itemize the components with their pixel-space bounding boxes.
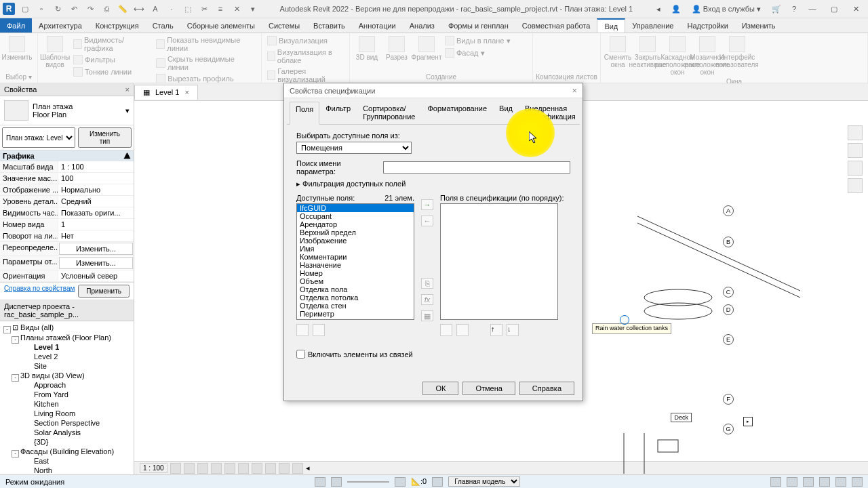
ribbon-tab-massing[interactable]: Формы и генплан [441, 18, 515, 33]
ribbon-tab-architecture[interactable]: Архитектура [32, 18, 89, 33]
filter-expander[interactable]: ▸ Фильтрация доступных полей [296, 180, 570, 188]
shadows-icon[interactable] [211, 463, 222, 474]
dialog-tab-format[interactable]: Форматирование [421, 101, 493, 124]
chevron-down-icon[interactable]: ▾ [125, 106, 130, 115]
tree-item[interactable]: East [18, 456, 132, 466]
ok-button[interactable]: ОК [422, 382, 458, 395]
tree-item[interactable]: From Yard [18, 390, 132, 399]
parameter-search-input[interactable] [383, 161, 570, 174]
search-icon[interactable]: ◂ [652, 3, 665, 15]
property-row[interactable]: Переопределе...Изменить... [0, 242, 134, 256]
dialog-tab-embedded[interactable]: Внедренная спецификация [519, 101, 582, 124]
nav-zoom-icon[interactable] [848, 178, 863, 193]
dialog-tab-appearance[interactable]: Вид [493, 101, 519, 124]
list-item[interactable]: Периметр [297, 310, 414, 318]
scroll-left-icon[interactable]: ◂ [306, 464, 310, 472]
ribbon-tab-manage[interactable]: Управление [625, 18, 680, 33]
minimize-icon[interactable]: — [803, 2, 822, 16]
render-cloud-button[interactable]: Визуализация в облаке [264, 47, 347, 66]
dialog-tab-fields[interactable]: Поля [290, 102, 319, 125]
add-field-icon[interactable]: → [421, 199, 433, 210]
grid-bubble[interactable]: D [723, 304, 734, 315]
tree-item[interactable]: Solar Analysis [18, 428, 132, 437]
list-item[interactable]: Изображение [297, 237, 414, 245]
modify-button[interactable]: Изменить [3, 35, 31, 62]
view-tab-close-icon[interactable]: × [184, 88, 189, 96]
move-up-icon[interactable]: ↑ [490, 324, 502, 336]
qat-more-icon[interactable]: ▾ [245, 1, 260, 16]
list-item[interactable]: Отделка пола [297, 285, 414, 293]
properties-section-header[interactable]: Графика⯅ [0, 150, 134, 161]
add-parameter-icon[interactable] [313, 324, 325, 336]
reveal-hidden-icon[interactable] [265, 463, 276, 474]
ribbon-tab-systems[interactable]: Системы [262, 18, 307, 33]
qat-print-icon[interactable]: ⎙ [99, 1, 114, 16]
instance-filter-select[interactable]: План этажа: Level [2, 127, 75, 148]
ribbon-tab-insert[interactable]: Вставить [307, 18, 352, 33]
section-marker-icon[interactable]: ▸ [743, 417, 753, 426]
elevation-button[interactable]: Фасад ▾ [442, 47, 513, 59]
help-icon[interactable]: ? [788, 3, 800, 14]
nav-home-icon[interactable] [848, 125, 863, 140]
grid-bubble[interactable]: F [723, 394, 734, 405]
property-row[interactable]: Масштаб вида1 : 100 [0, 161, 134, 173]
qat-text-icon[interactable]: A [148, 1, 163, 16]
edit-type-button[interactable]: Изменить тип [78, 127, 132, 148]
edit-field-icon[interactable] [440, 324, 452, 336]
tree-group[interactable]: Планы этажей (Floor Plan) [9, 333, 132, 342]
apply-button[interactable]: Применить [78, 285, 130, 298]
list-item[interactable]: IfcGUID [297, 204, 414, 212]
type-selector[interactable]: План этажа Floor Plan ▾ [0, 96, 134, 125]
grid-bubble[interactable]: C [723, 287, 734, 298]
tree-item[interactable]: Level 2 [18, 352, 132, 361]
ribbon-tab-precast[interactable]: Сборные элементы [180, 18, 262, 33]
list-item[interactable]: Номер [297, 269, 414, 277]
list-item[interactable]: Комментарии [297, 253, 414, 261]
qat-save-icon[interactable]: ▫ [34, 1, 49, 16]
maximize-icon[interactable]: ▢ [825, 2, 844, 16]
available-from-select[interactable]: Помещения [296, 142, 412, 154]
show-hidden-button[interactable]: Показать невидимые линии [153, 35, 258, 54]
tree-item[interactable]: {3D} [18, 437, 132, 447]
qat-undo-icon[interactable]: ↶ [66, 1, 81, 16]
tree-group[interactable]: 3D виды (3D View) [9, 371, 132, 380]
worksets-icon[interactable] [279, 463, 290, 474]
render-gallery-button[interactable]: Галерея визуализаций [264, 66, 347, 85]
sun-path-icon[interactable] [197, 463, 208, 474]
tree-item[interactable]: Level 1 [18, 342, 132, 352]
list-item[interactable]: Верхний предел [297, 228, 414, 237]
dialog-tab-sort[interactable]: Сортировка/Группирование [357, 101, 421, 124]
tree-item[interactable]: Living Room [18, 409, 132, 418]
property-row[interactable]: ОриентацияУсловный север [0, 270, 134, 282]
qat-redo-icon[interactable]: ↷ [83, 1, 98, 16]
view-templates-button[interactable]: Шаблоны видов [41, 35, 69, 70]
qat-thin-icon[interactable]: ≡ [213, 1, 228, 16]
qat-dim-icon[interactable]: ⟷ [132, 1, 146, 16]
switch-windows-button[interactable]: Сменить окна [604, 35, 632, 70]
section-button[interactable]: Разрез [382, 35, 411, 62]
property-row[interactable]: Отображение ...Нормально [0, 184, 134, 196]
ribbon-tab-analyze[interactable]: Анализ [403, 18, 441, 33]
combine-params-icon[interactable]: ⎘ [421, 278, 433, 289]
list-item[interactable]: Объем [297, 277, 414, 285]
list-item[interactable]: Отделка стен [297, 302, 414, 310]
property-row[interactable]: Видимость час...Показать ориги... [0, 207, 134, 219]
sb-workset-icon[interactable] [315, 477, 326, 487]
qat-open-icon[interactable]: ▢ [18, 1, 33, 16]
visibility-graphics-button[interactable]: Видимость/ графика [71, 35, 152, 54]
include-links-input[interactable] [296, 350, 305, 359]
nav-pan-icon[interactable] [848, 161, 863, 176]
move-down-icon[interactable]: ↓ [507, 324, 519, 336]
user-icon[interactable]: 👤 [667, 3, 685, 15]
ui-button[interactable]: Интерфейс пользователя [723, 35, 751, 70]
list-item[interactable]: Площадь [297, 318, 414, 320]
property-row[interactable]: Номер вида1 [0, 219, 134, 230]
cancel-button[interactable]: Отмена [462, 382, 515, 395]
grid-bubble[interactable]: B [723, 237, 734, 247]
grid-bubble[interactable]: A [723, 205, 734, 216]
qat-3d-icon[interactable]: ⬚ [180, 1, 195, 16]
tree-item[interactable]: Approach [18, 380, 132, 390]
ribbon-tab-modify[interactable]: Изменить [735, 18, 783, 33]
visual-style-icon[interactable] [184, 463, 195, 474]
list-item[interactable]: Назначение [297, 261, 414, 269]
